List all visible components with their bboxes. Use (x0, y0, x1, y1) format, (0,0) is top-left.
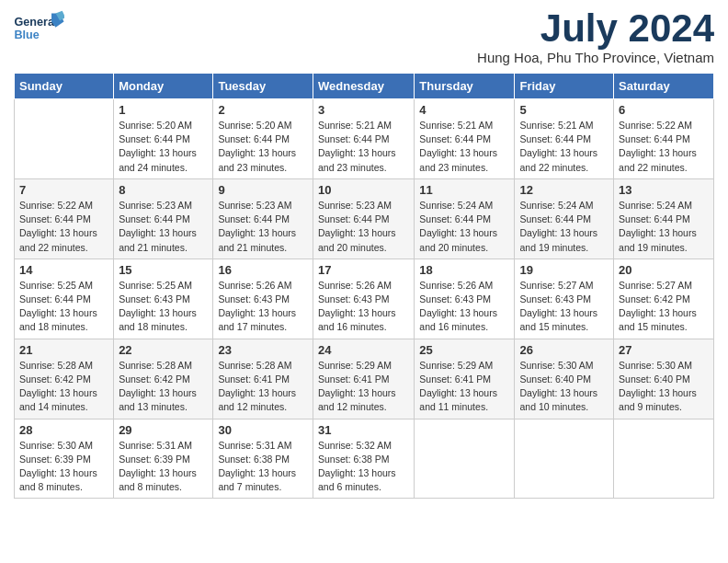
day-number: 25 (419, 343, 509, 357)
day-number: 31 (318, 423, 409, 437)
day-info: Sunrise: 5:21 AMSunset: 6:44 PMDaylight:… (318, 119, 409, 175)
column-header-monday: Monday (114, 74, 213, 99)
calendar-cell: 4Sunrise: 5:21 AMSunset: 6:44 PMDaylight… (415, 99, 515, 179)
calendar-cell (614, 419, 714, 499)
day-info: Sunrise: 5:20 AMSunset: 6:44 PMDaylight:… (119, 119, 208, 175)
calendar-cell: 12Sunrise: 5:24 AMSunset: 6:44 PMDayligh… (515, 178, 614, 259)
calendar-week-5: 28Sunrise: 5:30 AMSunset: 6:39 PMDayligh… (15, 419, 714, 499)
svg-text:General: General (15, 16, 58, 29)
day-info: Sunrise: 5:31 AMSunset: 6:38 PMDaylight:… (218, 439, 308, 495)
day-number: 16 (218, 263, 308, 277)
column-header-saturday: Saturday (614, 74, 714, 99)
day-number: 2 (218, 103, 308, 117)
day-number: 27 (619, 343, 709, 357)
calendar-cell: 11Sunrise: 5:24 AMSunset: 6:44 PMDayligh… (415, 178, 515, 259)
day-info: Sunrise: 5:28 AMSunset: 6:42 PMDaylight:… (119, 359, 208, 415)
day-info: Sunrise: 5:29 AMSunset: 6:41 PMDaylight:… (419, 359, 509, 415)
day-info: Sunrise: 5:28 AMSunset: 6:42 PMDaylight:… (19, 359, 108, 415)
calendar-cell: 19Sunrise: 5:27 AMSunset: 6:43 PMDayligh… (515, 259, 614, 339)
day-number: 19 (519, 263, 609, 277)
month-title: July 2024 (477, 9, 714, 48)
logo-svg: General Blue (14, 9, 64, 51)
day-info: Sunrise: 5:30 AMSunset: 6:40 PMDaylight:… (619, 359, 709, 415)
day-number: 1 (119, 103, 208, 117)
day-info: Sunrise: 5:30 AMSunset: 6:39 PMDaylight:… (19, 439, 108, 495)
calendar-cell: 5Sunrise: 5:21 AMSunset: 6:44 PMDaylight… (515, 99, 614, 179)
calendar-cell: 25Sunrise: 5:29 AMSunset: 6:41 PMDayligh… (415, 339, 515, 419)
calendar-cell: 7Sunrise: 5:22 AMSunset: 6:44 PMDaylight… (15, 178, 114, 259)
location: Hung Hoa, Phu Tho Province, Vietnam (477, 50, 714, 65)
day-info: Sunrise: 5:32 AMSunset: 6:38 PMDaylight:… (318, 439, 409, 495)
calendar-week-4: 21Sunrise: 5:28 AMSunset: 6:42 PMDayligh… (15, 339, 714, 419)
logo: General Blue (14, 9, 64, 51)
calendar-cell: 14Sunrise: 5:25 AMSunset: 6:44 PMDayligh… (15, 259, 114, 339)
calendar-cell: 23Sunrise: 5:28 AMSunset: 6:41 PMDayligh… (213, 339, 313, 419)
calendar-cell: 28Sunrise: 5:30 AMSunset: 6:39 PMDayligh… (15, 419, 114, 499)
day-info: Sunrise: 5:21 AMSunset: 6:44 PMDaylight:… (519, 119, 609, 175)
calendar-cell: 13Sunrise: 5:24 AMSunset: 6:44 PMDayligh… (614, 178, 714, 259)
calendar-body: 1Sunrise: 5:20 AMSunset: 6:44 PMDaylight… (15, 99, 714, 499)
day-number: 20 (619, 263, 709, 277)
column-header-friday: Friday (515, 74, 614, 99)
column-header-tuesday: Tuesday (213, 74, 313, 99)
day-number: 28 (19, 423, 108, 437)
day-number: 5 (519, 103, 609, 117)
calendar-cell (515, 419, 614, 499)
calendar-cell: 21Sunrise: 5:28 AMSunset: 6:42 PMDayligh… (15, 339, 114, 419)
calendar-cell: 16Sunrise: 5:26 AMSunset: 6:43 PMDayligh… (213, 259, 313, 339)
calendar-week-1: 1Sunrise: 5:20 AMSunset: 6:44 PMDaylight… (15, 99, 714, 179)
calendar-cell: 30Sunrise: 5:31 AMSunset: 6:38 PMDayligh… (213, 419, 313, 499)
calendar-cell: 1Sunrise: 5:20 AMSunset: 6:44 PMDaylight… (114, 99, 213, 179)
day-info: Sunrise: 5:26 AMSunset: 6:43 PMDaylight:… (419, 279, 509, 335)
column-header-thursday: Thursday (415, 74, 515, 99)
day-info: Sunrise: 5:20 AMSunset: 6:44 PMDaylight:… (218, 119, 308, 175)
day-number: 13 (619, 183, 709, 197)
day-number: 23 (218, 343, 308, 357)
day-info: Sunrise: 5:28 AMSunset: 6:41 PMDaylight:… (218, 359, 308, 415)
day-info: Sunrise: 5:26 AMSunset: 6:43 PMDaylight:… (318, 279, 409, 335)
calendar-cell (15, 99, 114, 179)
calendar-cell: 29Sunrise: 5:31 AMSunset: 6:39 PMDayligh… (114, 419, 213, 499)
calendar-cell: 22Sunrise: 5:28 AMSunset: 6:42 PMDayligh… (114, 339, 213, 419)
calendar-cell: 18Sunrise: 5:26 AMSunset: 6:43 PMDayligh… (415, 259, 515, 339)
day-info: Sunrise: 5:22 AMSunset: 6:44 PMDaylight:… (619, 119, 709, 175)
calendar-cell (415, 419, 515, 499)
day-info: Sunrise: 5:26 AMSunset: 6:43 PMDaylight:… (218, 279, 308, 335)
day-number: 6 (619, 103, 709, 117)
day-info: Sunrise: 5:23 AMSunset: 6:44 PMDaylight:… (218, 199, 308, 255)
day-number: 3 (318, 103, 409, 117)
day-number: 12 (519, 183, 609, 197)
day-info: Sunrise: 5:25 AMSunset: 6:44 PMDaylight:… (19, 279, 108, 335)
day-number: 22 (119, 343, 208, 357)
day-number: 29 (119, 423, 208, 437)
calendar-cell: 31Sunrise: 5:32 AMSunset: 6:38 PMDayligh… (313, 419, 414, 499)
day-number: 4 (419, 103, 509, 117)
day-number: 8 (119, 183, 208, 197)
day-number: 11 (419, 183, 509, 197)
page-header: General Blue July 2024 Hung Hoa, Phu Tho… (14, 9, 714, 65)
day-number: 17 (318, 263, 409, 277)
calendar-cell: 24Sunrise: 5:29 AMSunset: 6:41 PMDayligh… (313, 339, 414, 419)
calendar-week-3: 14Sunrise: 5:25 AMSunset: 6:44 PMDayligh… (15, 259, 714, 339)
day-info: Sunrise: 5:27 AMSunset: 6:43 PMDaylight:… (519, 279, 609, 335)
column-header-wednesday: Wednesday (313, 74, 414, 99)
day-info: Sunrise: 5:23 AMSunset: 6:44 PMDaylight:… (119, 199, 208, 255)
day-info: Sunrise: 5:21 AMSunset: 6:44 PMDaylight:… (419, 119, 509, 175)
day-number: 10 (318, 183, 409, 197)
calendar-cell: 6Sunrise: 5:22 AMSunset: 6:44 PMDaylight… (614, 99, 714, 179)
day-info: Sunrise: 5:23 AMSunset: 6:44 PMDaylight:… (318, 199, 409, 255)
calendar-cell: 10Sunrise: 5:23 AMSunset: 6:44 PMDayligh… (313, 178, 414, 259)
calendar-cell: 17Sunrise: 5:26 AMSunset: 6:43 PMDayligh… (313, 259, 414, 339)
day-number: 26 (519, 343, 609, 357)
calendar-cell: 2Sunrise: 5:20 AMSunset: 6:44 PMDaylight… (213, 99, 313, 179)
day-info: Sunrise: 5:27 AMSunset: 6:42 PMDaylight:… (619, 279, 709, 335)
day-number: 15 (119, 263, 208, 277)
calendar-cell: 27Sunrise: 5:30 AMSunset: 6:40 PMDayligh… (614, 339, 714, 419)
day-info: Sunrise: 5:25 AMSunset: 6:43 PMDaylight:… (119, 279, 208, 335)
day-info: Sunrise: 5:29 AMSunset: 6:41 PMDaylight:… (318, 359, 409, 415)
column-header-sunday: Sunday (15, 74, 114, 99)
day-info: Sunrise: 5:24 AMSunset: 6:44 PMDaylight:… (619, 199, 709, 255)
calendar-table: SundayMondayTuesdayWednesdayThursdayFrid… (14, 73, 714, 499)
calendar-cell: 9Sunrise: 5:23 AMSunset: 6:44 PMDaylight… (213, 178, 313, 259)
day-info: Sunrise: 5:31 AMSunset: 6:39 PMDaylight:… (119, 439, 208, 495)
